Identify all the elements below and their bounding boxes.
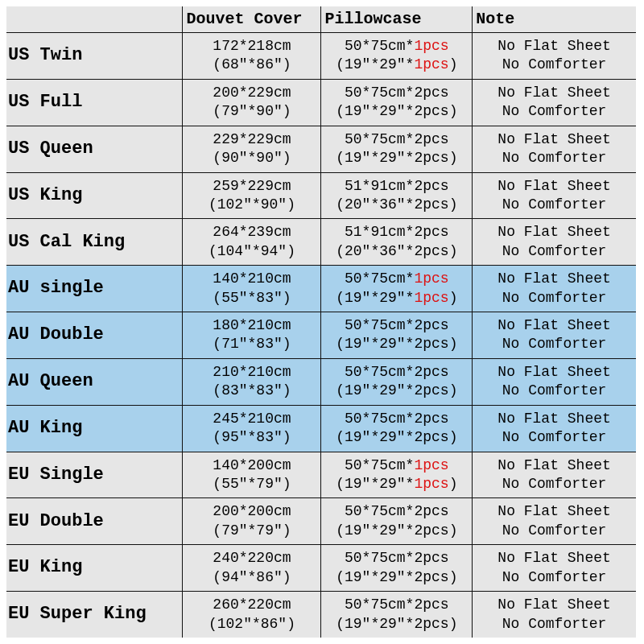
cell-duvet: 140*200cm(55″*79″) xyxy=(183,452,321,498)
cell-note: No Flat SheetNo Comforter xyxy=(473,405,636,452)
cell-note: No Flat SheetNo Comforter xyxy=(473,312,636,359)
table-row: AU single140*210cm(55″*83″)50*75cm*1pcs(… xyxy=(6,266,636,312)
cell-size: EU King xyxy=(6,545,183,592)
cell-duvet: 259*229cm(102″*90″) xyxy=(183,172,321,219)
cell-pillowcase: 50*75cm*2pcs(19″*29″*2pcs) xyxy=(321,126,473,172)
cell-size: EU Super King xyxy=(6,592,183,638)
cell-size: US Full xyxy=(6,79,183,126)
cell-note: No Flat SheetNo Comforter xyxy=(473,452,636,498)
table-row: US Twin172*218cm(68″*86″)50*75cm*1pcs(19… xyxy=(6,33,636,80)
cell-duvet: 260*220cm(102″*86″) xyxy=(183,592,321,638)
cell-pillowcase: 50*75cm*1pcs(19″*29″*1pcs) xyxy=(321,33,473,80)
cell-size: EU Single xyxy=(6,452,183,498)
cell-note: No Flat SheetNo Comforter xyxy=(473,266,636,312)
cell-pillowcase: 50*75cm*2pcs(19″*29″*2pcs) xyxy=(321,358,473,405)
table-row: EU Single140*200cm(55″*79″)50*75cm*1pcs(… xyxy=(6,452,636,498)
cell-duvet: 200*200cm(79″*79″) xyxy=(183,498,321,545)
cell-note: No Flat SheetNo Comforter xyxy=(473,33,636,80)
table-row: US King259*229cm(102″*90″)51*91cm*2pcs(2… xyxy=(6,172,636,219)
cell-pillowcase: 50*75cm*2pcs(19″*29″*2pcs) xyxy=(321,312,473,359)
cell-note: No Flat SheetNo Comforter xyxy=(473,498,636,545)
table-row: AU Double180*210cm(71″*83″)50*75cm*2pcs(… xyxy=(6,312,636,359)
cell-size: AU Queen xyxy=(6,358,183,405)
table-row: EU Super King260*220cm(102″*86″)50*75cm*… xyxy=(6,592,636,638)
cell-duvet: 245*210cm(95″*83″) xyxy=(183,405,321,452)
cell-pillowcase: 50*75cm*2pcs(19″*29″*2pcs) xyxy=(321,592,473,638)
table-header-row: Douvet Cover Pillowcase Note xyxy=(6,6,636,33)
header-pillow: Pillowcase xyxy=(321,6,473,33)
cell-duvet: 140*210cm(55″*83″) xyxy=(183,266,321,312)
cell-duvet: 200*229cm(79″*90″) xyxy=(183,79,321,126)
cell-size: US King xyxy=(6,172,183,219)
table-row: US Full200*229cm(79″*90″)50*75cm*2pcs(19… xyxy=(6,79,636,126)
cell-note: No Flat SheetNo Comforter xyxy=(473,79,636,126)
cell-size: US Twin xyxy=(6,33,183,80)
cell-size: AU single xyxy=(6,266,183,312)
cell-duvet: 172*218cm(68″*86″) xyxy=(183,33,321,80)
cell-duvet: 264*239cm(104″*94″) xyxy=(183,219,321,266)
cell-note: No Flat SheetNo Comforter xyxy=(473,545,636,592)
cell-pillowcase: 50*75cm*1pcs(19″*29″*1pcs) xyxy=(321,266,473,312)
cell-note: No Flat SheetNo Comforter xyxy=(473,219,636,266)
table-row: US Cal King264*239cm(104″*94″)51*91cm*2p… xyxy=(6,219,636,266)
cell-size: US Queen xyxy=(6,126,183,172)
bedding-size-table: Douvet Cover Pillowcase Note US Twin172*… xyxy=(6,6,636,638)
cell-pillowcase: 51*91cm*2pcs(20″*36″*2pcs) xyxy=(321,172,473,219)
cell-duvet: 210*210cm(83″*83″) xyxy=(183,358,321,405)
cell-duvet: 180*210cm(71″*83″) xyxy=(183,312,321,359)
cell-pillowcase: 50*75cm*1pcs(19″*29″*1pcs) xyxy=(321,452,473,498)
cell-pillowcase: 51*91cm*2pcs(20″*36″*2pcs) xyxy=(321,219,473,266)
cell-size: AU King xyxy=(6,405,183,452)
cell-size: US Cal King xyxy=(6,219,183,266)
table-row: US Queen229*229cm(90″*90″)50*75cm*2pcs(1… xyxy=(6,126,636,172)
cell-size: AU Double xyxy=(6,312,183,359)
cell-note: No Flat SheetNo Comforter xyxy=(473,592,636,638)
header-size xyxy=(6,6,183,33)
cell-pillowcase: 50*75cm*2pcs(19″*29″*2pcs) xyxy=(321,545,473,592)
header-note: Note xyxy=(473,6,636,33)
cell-duvet: 240*220cm(94″*86″) xyxy=(183,545,321,592)
table-row: EU King240*220cm(94″*86″)50*75cm*2pcs(19… xyxy=(6,545,636,592)
cell-pillowcase: 50*75cm*2pcs(19″*29″*2pcs) xyxy=(321,498,473,545)
table-row: AU King245*210cm(95″*83″)50*75cm*2pcs(19… xyxy=(6,405,636,452)
table-row: AU Queen210*210cm(83″*83″)50*75cm*2pcs(1… xyxy=(6,358,636,405)
cell-pillowcase: 50*75cm*2pcs(19″*29″*2pcs) xyxy=(321,405,473,452)
header-duvet: Douvet Cover xyxy=(183,6,321,33)
cell-duvet: 229*229cm(90″*90″) xyxy=(183,126,321,172)
cell-note: No Flat SheetNo Comforter xyxy=(473,126,636,172)
cell-pillowcase: 50*75cm*2pcs(19″*29″*2pcs) xyxy=(321,79,473,126)
cell-note: No Flat SheetNo Comforter xyxy=(473,358,636,405)
cell-note: No Flat SheetNo Comforter xyxy=(473,172,636,219)
table-row: EU Double200*200cm(79″*79″)50*75cm*2pcs(… xyxy=(6,498,636,545)
cell-size: EU Double xyxy=(6,498,183,545)
